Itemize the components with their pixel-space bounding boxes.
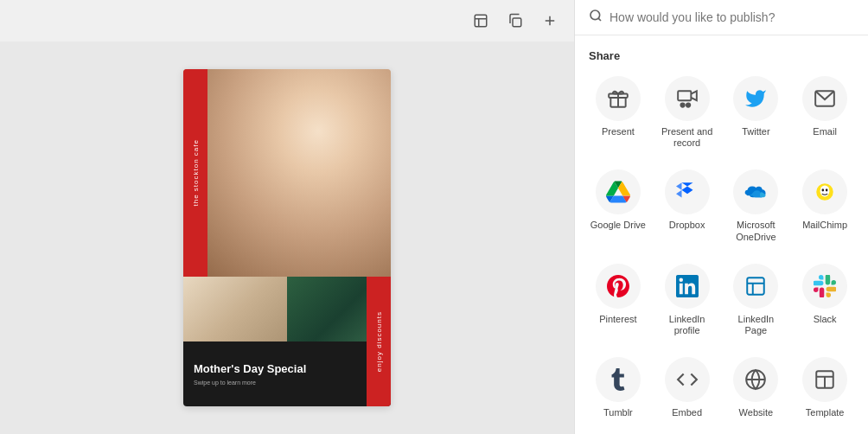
red-strip-left: the stockton cafe bbox=[183, 69, 207, 277]
canvas-toolbar bbox=[0, 0, 574, 41]
svg-point-17 bbox=[822, 189, 825, 192]
onedrive-label: Microsoft OneDrive bbox=[727, 220, 786, 242]
present-record-icon-circle bbox=[665, 76, 710, 121]
search-input[interactable] bbox=[610, 10, 854, 24]
share-item-onedrive[interactable]: Microsoft OneDrive bbox=[724, 166, 789, 246]
mailchimp-icon-circle bbox=[802, 169, 847, 214]
twitter-label: Twitter bbox=[742, 126, 769, 137]
svg-line-7 bbox=[598, 18, 601, 21]
pinterest-label: Pinterest bbox=[599, 314, 636, 325]
share-icon-grid: Present Present and record bbox=[585, 73, 858, 422]
panel-content: Share Present bbox=[575, 35, 868, 434]
card-subtitle: Swipe up to learn more bbox=[194, 380, 380, 386]
card-bottom: Mother's Day Special Swipe up to learn m… bbox=[183, 277, 391, 406]
publish-panel: Share Present bbox=[574, 0, 868, 434]
notes-button[interactable] bbox=[467, 7, 495, 35]
template-icon-circle bbox=[802, 357, 847, 402]
share-item-slack[interactable]: Slack bbox=[792, 260, 858, 340]
share-item-embed[interactable]: Embed bbox=[654, 354, 720, 422]
card-text-area: Mother's Day Special Swipe up to learn m… bbox=[183, 341, 391, 406]
share-item-email[interactable]: Email bbox=[792, 73, 858, 152]
share-item-dropbox[interactable]: Dropbox bbox=[654, 166, 720, 246]
tumblr-icon-circle bbox=[596, 357, 641, 402]
linkedin-profile-label: LinkedIn profile bbox=[658, 314, 717, 336]
share-item-tumblr[interactable]: Tumblr bbox=[585, 354, 651, 422]
slack-label: Slack bbox=[814, 314, 837, 325]
share-item-pinterest[interactable]: Pinterest bbox=[585, 260, 651, 340]
svg-point-18 bbox=[826, 189, 828, 192]
search-icon bbox=[589, 9, 603, 26]
email-label: Email bbox=[813, 126, 837, 137]
share-item-gdrive[interactable]: Google Drive bbox=[585, 166, 651, 246]
linkedin-page-icon-circle bbox=[733, 264, 778, 309]
share-item-present-record[interactable]: Present and record bbox=[654, 73, 720, 152]
card-title: Mother's Day Special bbox=[194, 362, 380, 376]
svg-rect-11 bbox=[678, 91, 691, 100]
svg-point-6 bbox=[590, 10, 600, 20]
gdrive-label: Google Drive bbox=[590, 220, 646, 231]
strip-right-text: Enjoy discounts bbox=[375, 311, 383, 372]
present-icon-circle bbox=[596, 76, 641, 121]
share-item-mailchimp[interactable]: MailChimp bbox=[792, 166, 858, 246]
svg-rect-0 bbox=[475, 15, 487, 27]
pinterest-icon-circle bbox=[596, 264, 641, 309]
photo-overlay bbox=[183, 69, 391, 277]
tumblr-label: Tumblr bbox=[603, 407, 633, 418]
canvas-area: the stockton cafe Mother's Day Special S… bbox=[0, 0, 574, 434]
design-card: the stockton cafe Mother's Day Special S… bbox=[183, 69, 391, 406]
present-label: Present bbox=[602, 126, 635, 137]
svg-point-12 bbox=[680, 103, 684, 106]
dropbox-icon-circle bbox=[665, 169, 710, 214]
share-item-template[interactable]: Template bbox=[792, 354, 858, 422]
twitter-icon-circle bbox=[733, 76, 778, 121]
svg-point-13 bbox=[686, 103, 690, 106]
linkedin-page-label: LinkedIn Page bbox=[727, 314, 786, 336]
share-item-twitter[interactable]: Twitter bbox=[724, 73, 789, 152]
card-top-image: the stockton cafe bbox=[183, 69, 391, 277]
share-item-website[interactable]: Website bbox=[724, 354, 789, 422]
add-button[interactable] bbox=[536, 7, 564, 35]
strip-left-text: the stockton cafe bbox=[192, 139, 200, 206]
slack-icon-circle bbox=[802, 264, 847, 309]
email-icon-circle bbox=[802, 76, 847, 121]
embed-icon-circle bbox=[665, 357, 710, 402]
share-item-linkedin-profile[interactable]: LinkedIn profile bbox=[654, 260, 720, 340]
dropbox-label: Dropbox bbox=[669, 220, 705, 231]
share-section-title: Share bbox=[589, 49, 858, 62]
gdrive-icon-circle bbox=[596, 169, 641, 214]
website-label: Website bbox=[739, 407, 774, 418]
svg-rect-19 bbox=[748, 278, 765, 295]
duplicate-button[interactable] bbox=[501, 7, 529, 35]
embed-label: Embed bbox=[672, 407, 702, 418]
canvas-content: the stockton cafe Mother's Day Special S… bbox=[0, 41, 574, 434]
search-bar bbox=[575, 0, 868, 35]
template-label: Template bbox=[806, 407, 845, 418]
svg-rect-3 bbox=[513, 18, 521, 27]
red-strip-right: Enjoy discounts bbox=[367, 277, 391, 406]
website-icon-circle bbox=[733, 357, 778, 402]
linkedin-profile-icon-circle bbox=[665, 264, 710, 309]
onedrive-icon-circle bbox=[733, 169, 778, 214]
share-item-present[interactable]: Present bbox=[585, 73, 651, 152]
share-item-linkedin-page[interactable]: LinkedIn Page bbox=[724, 260, 789, 340]
present-record-label: Present and record bbox=[658, 126, 717, 149]
mailchimp-label: MailChimp bbox=[802, 220, 847, 231]
